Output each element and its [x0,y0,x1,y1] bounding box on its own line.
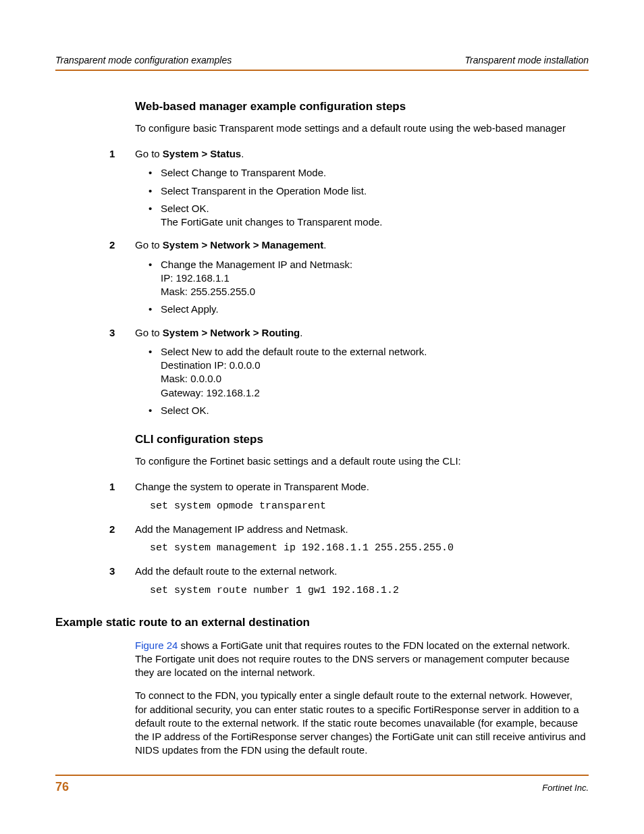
step-instruction: Add the default route to the external ne… [135,565,586,578]
step-instruction: Change the system to operate in Transpar… [135,480,586,494]
step-instruction: Go to System > Network > Routing. [135,326,586,340]
running-header: Transparent mode configuration examples … [55,54,589,71]
header-right: Transparent mode installation [465,54,589,67]
step-number: 1 [109,480,115,494]
step-instruction: Go to System > Status. [135,147,586,161]
section2-step: 3 Add the default route to the external … [135,565,586,598]
bullet-item: Select OK. [149,404,586,417]
page-number: 76 [55,779,69,795]
section1-step: 2 Go to System > Network > Management. C… [135,238,586,316]
company-name: Fortinet Inc. [542,782,589,794]
section2-intro: To configure the Fortinet basic settings… [135,454,586,468]
bullet-item: Select New to add the default route to t… [149,345,586,400]
bullet-item: Select Apply. [149,303,586,316]
section1-intro: To configure basic Transparent mode sett… [135,122,586,135]
step-bullets: Select Change to Transparent Mode. Selec… [135,166,586,229]
step-number: 3 [109,326,115,340]
code-block: set system management ip 192.168.1.1 255… [150,542,586,555]
code-block: set system route number 1 gw1 192.168.1.… [150,584,586,598]
section1-step: 1 Go to System > Status. Select Change t… [135,147,586,229]
section2-step: 1 Change the system to operate in Transp… [135,480,586,513]
bullet-item: Select Transparent in the Operation Mode… [149,184,586,198]
code-block: set system opmode transparent [150,500,586,513]
section1-title: Web-based manager example configuration … [135,99,586,115]
step-bullets: Change the Management IP and Netmask: IP… [135,258,586,317]
bullet-item: Select OK. The FortiGate unit changes to… [149,202,586,230]
step-number: 2 [109,238,115,252]
section3-para2: To connect to the FDN, you typically ent… [135,689,586,757]
page-footer: 76 Fortinet Inc. [55,775,589,795]
bullet-item: Change the Management IP and Netmask: IP… [149,258,586,299]
step-bullets: Select New to add the default route to t… [135,345,586,417]
step-number: 3 [109,565,115,578]
section3-para1: Figure 24 shows a FortiGate unit that re… [135,639,586,680]
header-left: Transparent mode configuration examples [55,54,232,67]
step-instruction: Go to System > Network > Management. [135,238,586,252]
bullet-item: Select Change to Transparent Mode. [149,166,586,180]
step-number: 2 [109,523,115,536]
section2-step: 2 Add the Management IP address and Netm… [135,523,586,556]
section3-title: Example static route to an external dest… [55,615,586,631]
step-number: 1 [109,147,115,161]
section2-title: CLI configuration steps [135,432,586,448]
section1-step: 3 Go to System > Network > Routing. Sele… [135,326,586,418]
figure-reference: Figure 24 [135,640,178,651]
step-instruction: Add the Management IP address and Netmas… [135,523,586,536]
